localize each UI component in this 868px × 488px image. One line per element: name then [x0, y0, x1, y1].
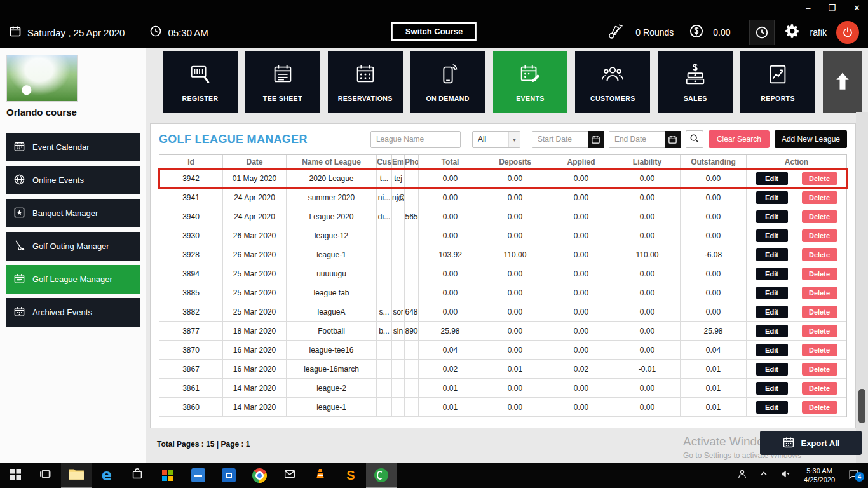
delete-button[interactable]: Delete	[802, 191, 837, 204]
cell-total: 0.00	[419, 226, 482, 245]
edit-button[interactable]: Edit	[756, 210, 788, 223]
action-center-button[interactable]: 4	[844, 468, 863, 483]
edit-button[interactable]: Edit	[756, 191, 788, 204]
delete-button[interactable]: Delete	[802, 382, 837, 395]
taskbar-store[interactable]	[122, 463, 153, 488]
gear-icon[interactable]	[784, 23, 801, 42]
league-name-input[interactable]	[370, 131, 461, 148]
taskbar-blue-app-2[interactable]	[214, 463, 244, 488]
taskbar-sublime[interactable]	[336, 463, 366, 488]
task-view-button[interactable]	[31, 463, 61, 488]
edit-button[interactable]: Edit	[756, 382, 788, 395]
edit-button[interactable]: Edit	[756, 172, 788, 185]
delete-button[interactable]: Delete	[802, 268, 837, 280]
tray-clock[interactable]: 5:30 AM 4/25/2020	[804, 466, 835, 484]
tray-people-button[interactable]	[733, 468, 752, 482]
sidebar-item-golf-outing-manager[interactable]: Golf Outing Manager	[6, 232, 140, 261]
close-button[interactable]: ✕	[853, 3, 860, 13]
delete-button[interactable]: Delete	[802, 210, 837, 223]
cell-customer	[377, 398, 392, 417]
delete-button[interactable]: Delete	[802, 401, 837, 414]
edit-button[interactable]: Edit	[756, 229, 788, 242]
delete-button[interactable]: Delete	[802, 363, 837, 376]
end-date-input[interactable]	[609, 131, 665, 148]
cell-customer: t...	[377, 169, 392, 188]
taskbar-vlc[interactable]	[305, 463, 336, 488]
table-row: 3930 26 Mar 2020 league-12 0.00 0.00 0.0…	[159, 226, 846, 245]
col-id: Id	[159, 155, 223, 169]
edit-button[interactable]: Edit	[756, 287, 788, 299]
tile-sales[interactable]: SALES	[658, 51, 733, 113]
tray-show-hidden-button[interactable]	[754, 470, 773, 481]
delete-button[interactable]: Delete	[802, 306, 837, 318]
cell-action: Edit Delete	[747, 379, 846, 398]
type-filter-select[interactable]: All	[472, 131, 520, 148]
delete-button[interactable]: Delete	[802, 229, 837, 242]
task-view-icon	[39, 467, 53, 484]
restore-button[interactable]: ❐	[828, 3, 836, 13]
time-clock-button[interactable]	[749, 20, 775, 45]
start-button[interactable]	[0, 463, 31, 488]
sidebar-item-archived-events[interactable]: Archived Events	[6, 298, 140, 327]
tile-reservations[interactable]: RESERVATIONS	[328, 51, 403, 113]
cell-total: 0.00	[419, 207, 482, 226]
vertical-scrollbar[interactable]	[856, 112, 868, 463]
minimize-button[interactable]: –	[806, 3, 810, 13]
sidebar-item-banquet-manager[interactable]: Banquet Manager	[6, 199, 140, 227]
sidebar-item-online-events[interactable]: Online Events	[6, 166, 140, 194]
sidebar-item-event-calendar[interactable]: Event Calendar	[6, 133, 140, 161]
sidebar-item-golf-league-manager[interactable]: Golf League Manager	[6, 265, 140, 294]
tray-time-text: 5:30 AM	[804, 466, 835, 475]
taskbar-colored-tiles-app[interactable]	[153, 463, 183, 488]
cell-id: 3930	[159, 226, 223, 245]
tile-tee-sheet[interactable]: TEE SHEET	[245, 51, 320, 113]
start-date-calendar-button[interactable]	[588, 131, 604, 148]
edit-button[interactable]: Edit	[756, 306, 788, 318]
tile-register[interactable]: REGISTER	[163, 51, 238, 113]
end-date-calendar-button[interactable]	[665, 131, 681, 148]
edit-button[interactable]: Edit	[756, 325, 788, 337]
cell-deposits: 110.00	[482, 245, 548, 264]
cell-deposits: 0.00	[482, 188, 548, 207]
table-row: 3861 14 Mar 2020 league-2 0.01 0.00 0.00…	[159, 379, 846, 398]
delete-button[interactable]: Delete	[802, 344, 837, 356]
delete-button[interactable]: Delete	[802, 325, 837, 337]
tile-on-demand[interactable]: ON DEMAND	[410, 51, 485, 113]
tile-events[interactable]: EVENTS	[493, 51, 568, 113]
edit-button[interactable]: Edit	[756, 401, 788, 414]
search-button[interactable]	[686, 130, 703, 148]
start-date-input[interactable]	[532, 131, 588, 148]
tile-customers[interactable]: CUSTOMERS	[575, 51, 650, 113]
edit-button[interactable]: Edit	[756, 268, 788, 280]
taskbar-mail[interactable]	[275, 463, 305, 488]
cell-action: Edit Delete	[747, 188, 846, 207]
cell-customer	[377, 379, 392, 398]
cell-liability: 0.00	[614, 264, 681, 283]
taskbar-edge[interactable]	[92, 463, 122, 488]
edit-button[interactable]: Edit	[756, 363, 788, 376]
power-button[interactable]	[836, 21, 859, 44]
add-new-league-button[interactable]: Add New League	[775, 130, 847, 148]
taskbar-blue-app-1[interactable]	[183, 463, 214, 488]
scrollbar-thumb[interactable]	[858, 389, 865, 423]
clear-search-button[interactable]: Clear Search	[709, 130, 770, 148]
mail-envelope-icon	[283, 467, 297, 484]
tile-reports[interactable]: REPORTS	[740, 51, 815, 113]
cell-email	[392, 398, 405, 417]
taskbar-golf-app[interactable]	[366, 463, 397, 488]
tray-volume-button[interactable]	[776, 468, 795, 482]
cell-date: 16 Mar 2020	[223, 341, 287, 360]
delete-button[interactable]: Delete	[802, 248, 837, 261]
cell-date: 26 Mar 2020	[223, 245, 287, 264]
cell-liability: 0.00	[614, 322, 681, 341]
taskbar-file-explorer[interactable]	[61, 463, 92, 488]
edit-button[interactable]: Edit	[756, 248, 788, 261]
taskbar-chrome[interactable]	[244, 463, 275, 488]
export-all-button[interactable]: Export All	[760, 431, 862, 455]
edit-button[interactable]: Edit	[756, 344, 788, 356]
switch-course-button[interactable]: Switch Course	[391, 22, 477, 41]
scroll-top-button[interactable]	[823, 51, 862, 113]
delete-button[interactable]: Delete	[802, 287, 837, 299]
cell-league-name: league-1	[287, 245, 377, 264]
delete-button[interactable]: Delete	[802, 172, 837, 185]
